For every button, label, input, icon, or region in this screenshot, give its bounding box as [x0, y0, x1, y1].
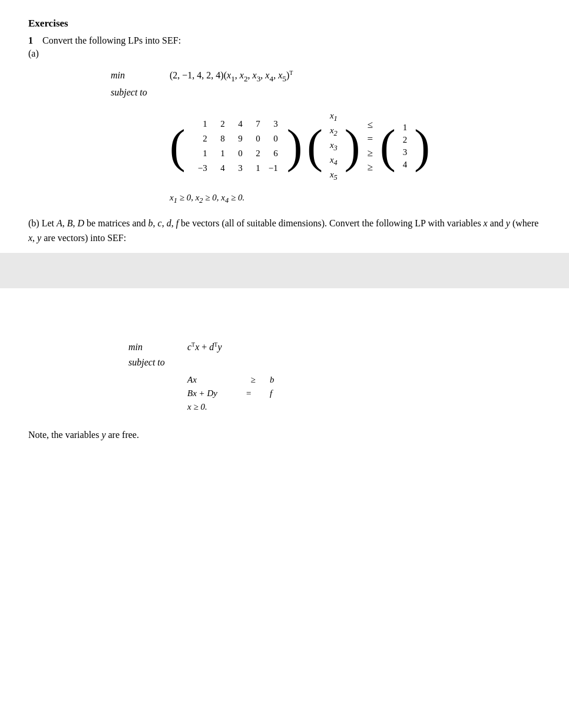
min-keyword-a: min	[111, 70, 170, 81]
constr-lhs-3: x ≥ 0.	[187, 402, 234, 412]
part-b-text: (b) Let A, B, D be matrices and b, c, d,…	[28, 216, 541, 246]
matrix-cell: 1	[193, 147, 209, 160]
matrix-cell: 0	[228, 147, 244, 160]
constraint-row-3: x ≥ 0.	[187, 402, 541, 412]
matrix-left-paren: (	[170, 123, 186, 170]
rhs-3: 3	[403, 147, 408, 157]
constr-rel-1: ≥	[246, 375, 258, 385]
problem-number: 1	[28, 35, 39, 46]
rhs-1: 1	[403, 123, 408, 133]
matrix-cell: 1	[246, 162, 262, 174]
matrix-body: 1 2 4 7 3 2 8 9 0 0 1 1 0 2 6 −3 4 3 1 −…	[190, 116, 282, 177]
matrix-cell: 2	[246, 147, 262, 160]
problem-description: Convert the following LPs into SEF:	[42, 35, 181, 46]
section-title: Exercises	[28, 18, 541, 29]
rhs-4: 4	[403, 160, 408, 170]
matrix-cell: 4	[228, 118, 244, 130]
constr-rel-2: =	[246, 388, 258, 398]
constr-rhs-1: b	[270, 375, 274, 385]
constraint-row-1: Ax ≥ b	[187, 375, 541, 385]
matrix-cell: 7	[246, 118, 262, 130]
objective-b: cTx + dTy	[187, 341, 222, 353]
matrix-cell: 9	[228, 133, 244, 145]
matrix-cell: 2	[193, 133, 209, 145]
matrix-cell: −3	[193, 162, 209, 174]
variable-vector: x1 x2 x3 x4 x5	[327, 110, 340, 183]
matrix-cell: 2	[210, 118, 227, 130]
relation-vector: ≤ = ≥ ≥	[365, 118, 375, 174]
rhs-vector: 1 2 3 4	[401, 121, 410, 171]
matrix-constraint: ( 1 2 4 7 3 2 8 9 0 0 1 1 0 2 6 −3 4 3 1…	[170, 110, 541, 183]
matrix-cell: 1	[193, 118, 209, 130]
nonnegativity-constraints: x1 ≥ 0, x2 ≥ 0, x4 ≥ 0.	[170, 193, 541, 205]
constr-lhs-1: Ax	[187, 375, 234, 385]
matrix-cell: 6	[263, 147, 280, 160]
rel-1: ≤	[368, 119, 373, 131]
spacer	[28, 288, 541, 330]
rhs-2: 2	[403, 135, 408, 145]
objective-a: (2, −1, 4, 2, 4)(x1, x2, x3, x4, x5)T	[170, 70, 293, 84]
subject-to-keyword-a: subject to	[111, 87, 170, 98]
rhs-left-paren: (	[380, 123, 396, 170]
matrix-cell: 3	[263, 118, 280, 130]
constr-lhs-2: Bx + Dy	[187, 388, 234, 398]
matrix-cell: 3	[228, 162, 244, 174]
subject-to-keyword-b: subject to	[128, 357, 187, 368]
part-b-lp: min cTx + dTy subject to	[128, 341, 541, 368]
constr-rhs-2: f	[270, 388, 272, 398]
vec-left-paren: (	[307, 123, 323, 170]
note-text: Note, the variables y are free.	[28, 430, 541, 440]
rel-4: ≥	[368, 162, 373, 173]
var-x4: x4	[330, 155, 338, 167]
matrix-cell: 4	[210, 162, 227, 174]
rel-3: ≥	[368, 147, 373, 159]
var-x5: x5	[330, 170, 338, 182]
gray-band	[0, 253, 569, 288]
matrix-cell: 8	[210, 133, 227, 145]
matrix-right-paren: )	[287, 123, 303, 170]
rel-2: =	[367, 133, 373, 145]
matrix-cell: 0	[263, 133, 280, 145]
var-x3: x3	[330, 140, 338, 153]
rhs-right-paren: )	[414, 123, 430, 170]
min-keyword-b: min	[128, 342, 187, 353]
var-x2: x2	[330, 126, 338, 138]
matrix-cell: −1	[263, 162, 280, 174]
constraints-b: Ax ≥ b Bx + Dy = f x ≥ 0.	[187, 375, 541, 412]
vec-right-paren: )	[345, 123, 360, 170]
matrix-cell: 1	[210, 147, 227, 160]
constraint-row-2: Bx + Dy = f	[187, 388, 541, 398]
matrix-cell: 0	[246, 133, 262, 145]
var-x1: x1	[330, 111, 338, 123]
part-a-lp: min (2, −1, 4, 2, 4)(x1, x2, x3, x4, x5)…	[111, 70, 541, 98]
part-a-label: (a)	[28, 48, 541, 59]
